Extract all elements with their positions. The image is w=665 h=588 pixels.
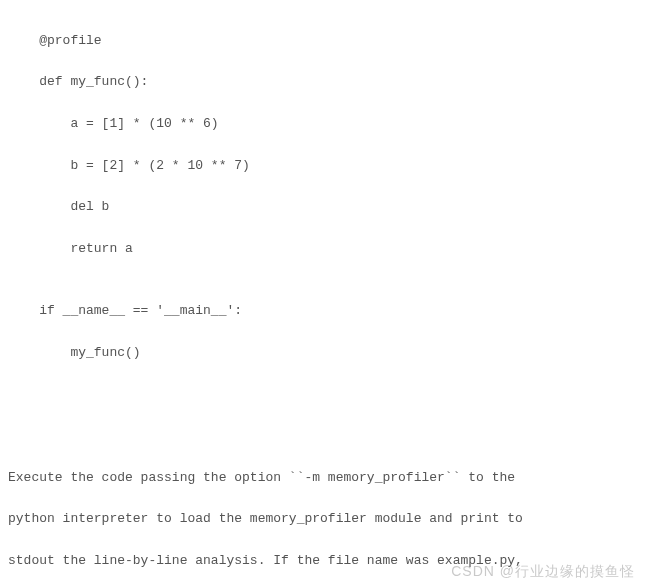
code-line: @profile <box>8 31 657 52</box>
code-line: b = [2] * (2 * 10 ** 7) <box>8 156 657 177</box>
prose-line: Execute the code passing the option ``-m… <box>8 468 657 489</box>
document-body: @profile def my_func(): a = [1] * (10 **… <box>0 0 665 588</box>
code-line: del b <box>8 197 657 218</box>
prose-line: python interpreter to load the memory_pr… <box>8 509 657 530</box>
code-line: if __name__ == '__main__': <box>8 301 657 322</box>
code-line: def my_func(): <box>8 72 657 93</box>
code-line: a = [1] * (10 ** 6) <box>8 114 657 135</box>
code-line: return a <box>8 239 657 260</box>
code-line: my_func() <box>8 343 657 364</box>
watermark-text: CSDN @行业边缘的摸鱼怪 <box>451 560 635 582</box>
